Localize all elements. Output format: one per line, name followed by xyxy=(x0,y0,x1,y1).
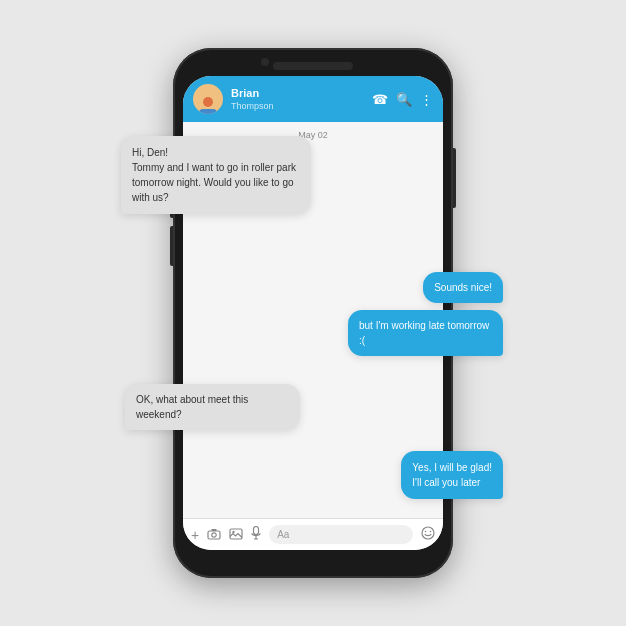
svg-rect-5 xyxy=(254,527,259,535)
power-button xyxy=(453,148,456,208)
date-label: May 02 xyxy=(191,130,435,140)
plus-icon[interactable]: + xyxy=(191,527,199,543)
svg-point-1 xyxy=(212,532,216,536)
svg-point-4 xyxy=(232,530,234,532)
mic-icon[interactable] xyxy=(251,526,261,543)
svg-point-8 xyxy=(422,527,434,539)
search-icon[interactable]: 🔍 xyxy=(396,92,412,107)
camera-icon[interactable] xyxy=(207,527,221,543)
input-placeholder: Aa xyxy=(277,529,289,540)
svg-rect-2 xyxy=(212,529,217,531)
contact-info: Brian Thompson xyxy=(231,87,364,110)
svg-point-10 xyxy=(430,531,432,533)
contact-name: Brian xyxy=(231,87,364,100)
phone-screen: Brian Thompson ☎ 🔍 ⋮ May 02 placeholder … xyxy=(183,76,443,550)
silent-button xyxy=(170,226,173,266)
camera xyxy=(261,58,269,66)
phone: Brian Thompson ☎ 🔍 ⋮ May 02 placeholder … xyxy=(173,48,453,578)
volume-up-button xyxy=(170,138,173,168)
chat-header: Brian Thompson ☎ 🔍 ⋮ xyxy=(183,76,443,122)
message-input[interactable]: Aa xyxy=(269,525,413,544)
chat-toolbar: + xyxy=(183,518,443,550)
avatar xyxy=(193,84,223,114)
emoji-icon[interactable] xyxy=(421,526,435,543)
more-icon[interactable]: ⋮ xyxy=(420,92,433,107)
image-icon[interactable] xyxy=(229,527,243,543)
volume-down-button xyxy=(170,178,173,218)
chat-body: May 02 placeholder placeholder placehold… xyxy=(183,122,443,518)
phone-icon[interactable]: ☎ xyxy=(372,92,388,107)
speaker xyxy=(273,62,353,70)
contact-lastname: Thompson xyxy=(231,101,364,111)
svg-point-9 xyxy=(425,531,427,533)
header-icons: ☎ 🔍 ⋮ xyxy=(372,92,433,107)
